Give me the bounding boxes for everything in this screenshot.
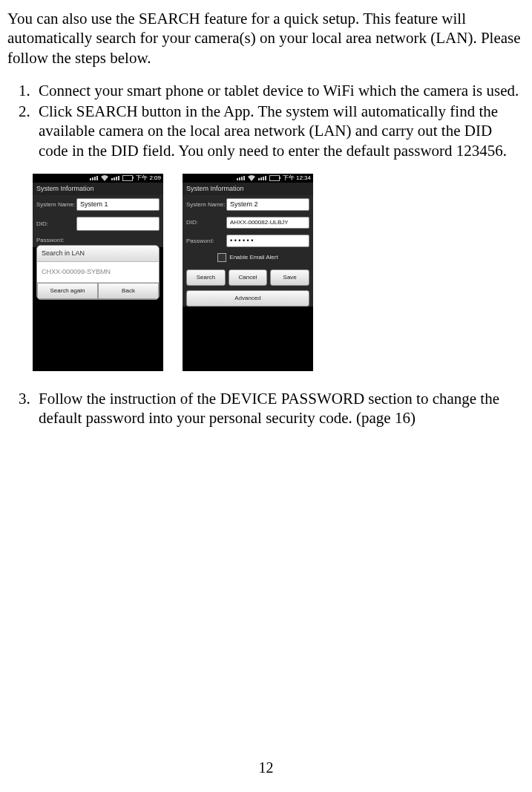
status-time: 下午 12:34 (283, 174, 311, 182)
screenshots-row: 下午 2:09 System Information System Name: … (33, 174, 525, 371)
label-system-name: System Name: (36, 201, 76, 209)
enable-email-checkbox[interactable] (217, 253, 226, 262)
enable-email-label: Enable Email Alert (229, 254, 278, 261)
steps-list-continued: Follow the instruction of the DEVICE PAS… (7, 389, 525, 428)
signal-icon-2 (258, 176, 266, 180)
wifi-icon (248, 175, 255, 181)
label-system-name: System Name: (186, 201, 226, 209)
phone-screenshot-search: 下午 2:09 System Information System Name: … (33, 174, 163, 371)
input-system-name[interactable]: System 1 (76, 198, 160, 211)
label-did: DID: (186, 219, 226, 226)
input-did[interactable]: AHXX-000082-ULBJY (226, 217, 309, 229)
wifi-icon (101, 175, 108, 181)
status-bar: 下午 12:34 (183, 174, 313, 183)
input-did[interactable] (76, 217, 160, 231)
phone-screenshot-form: 下午 12:34 System Information System Name:… (183, 174, 313, 371)
battery-icon (122, 175, 133, 181)
steps-list: Connect your smart phone or tablet devic… (7, 81, 525, 160)
advanced-button[interactable]: Advanced (186, 290, 309, 307)
page-number: 12 (0, 759, 532, 777)
label-password: Password: (186, 238, 226, 245)
search-again-button[interactable]: Search again (37, 283, 98, 299)
status-bar: 下午 2:09 (33, 174, 163, 183)
label-did: DID: (36, 220, 76, 228)
cancel-button[interactable]: Cancel (229, 269, 268, 286)
search-popup: Search in LAN CHXX-000099-SYBMN Search a… (36, 245, 160, 301)
step-2: Click SEARCH button in the App. The syst… (34, 102, 525, 160)
section-header: System Information (33, 183, 163, 195)
popup-title: Search in LAN (37, 246, 159, 262)
battery-icon (269, 175, 280, 181)
input-password[interactable]: • • • • • • (226, 235, 309, 247)
step-1: Connect your smart phone or tablet devic… (34, 81, 525, 100)
status-time: 下午 2:09 (136, 174, 161, 182)
save-button[interactable]: Save (270, 269, 309, 286)
step-3: Follow the instruction of the DEVICE PAS… (34, 389, 525, 428)
signal-icon (90, 176, 98, 180)
search-button[interactable]: Search (186, 269, 226, 286)
label-password: Password: (36, 237, 76, 244)
section-header: System Information (183, 183, 313, 195)
signal-icon (237, 176, 245, 180)
signal-icon-2 (111, 176, 119, 180)
intro-paragraph: You can also use the SEARCH feature for … (7, 9, 525, 68)
back-button[interactable]: Back (98, 283, 159, 299)
popup-result-item[interactable]: CHXX-000099-SYBMN (37, 262, 159, 283)
input-system-name[interactable]: System 2 (226, 198, 309, 211)
